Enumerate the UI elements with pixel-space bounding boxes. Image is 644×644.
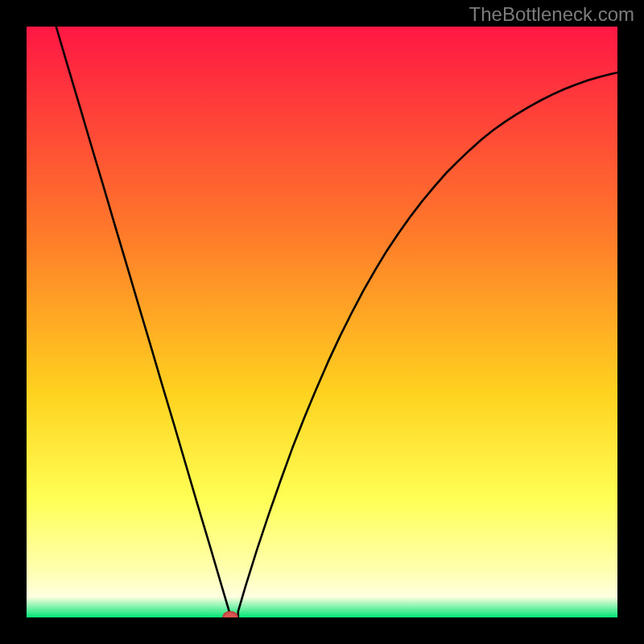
attribution-text: TheBottleneck.com — [469, 3, 634, 26]
chart-container: TheBottleneck.com — [0, 0, 644, 644]
bottleneck-curve — [27, 27, 617, 617]
plot-area — [27, 27, 617, 617]
